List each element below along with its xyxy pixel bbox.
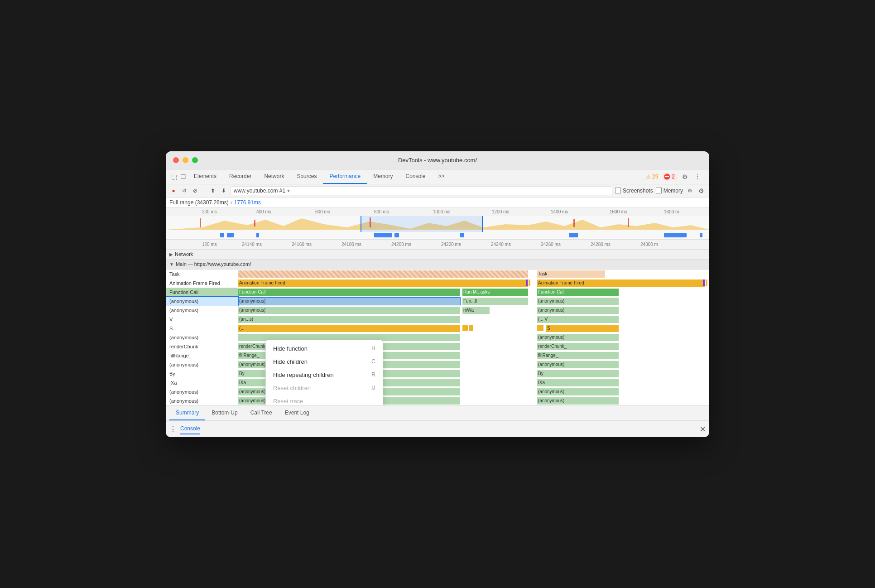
ixa-bar-right: IXa <box>537 379 619 386</box>
row-label-anon-2: (anonymous) <box>166 306 238 315</box>
flame-row-anon-3[interactable]: (anonymous) (anonymous) (ano...ous) <box>166 333 709 342</box>
cancel-button[interactable]: ⊘ <box>191 187 199 195</box>
network-section-label: Network <box>175 251 193 257</box>
tab-event-log[interactable]: Event Log <box>279 406 316 420</box>
flame-row-anon-2[interactable]: (anonymous) (anonymous) mWa (anonymous) … <box>166 306 709 315</box>
detail-120: 120 ms <box>202 242 217 247</box>
detail-24160: 24160 ms <box>292 242 312 247</box>
flame-row-animation[interactable]: Animation Frame Fired Animation Frame Fi… <box>166 279 709 288</box>
tab-network[interactable]: Network <box>258 169 290 184</box>
console-bar: ⋮ Console ✕ <box>166 421 709 437</box>
ruler-1200: 1200 ms <box>492 209 509 214</box>
window-title: DevTools - www.youtube.com/ <box>398 157 477 164</box>
menu-reset-children: Reset children U <box>266 381 383 395</box>
console-close-button[interactable]: ✕ <box>700 425 706 434</box>
minimize-button[interactable] <box>183 157 188 163</box>
detail-24300: 24300 m <box>640 242 658 247</box>
flame-row-s[interactable]: S (... S S <box>166 324 709 333</box>
tab-memory[interactable]: Memory <box>367 169 399 184</box>
tab-recorder[interactable]: Recorder <box>223 169 258 184</box>
more-icon[interactable]: ⋮ <box>693 172 702 181</box>
screenshots-checkbox[interactable] <box>615 188 621 193</box>
flame-row-anon-6[interactable]: (anonymous) (anonymous) (anonymous) (ano… <box>166 396 709 405</box>
row-label-anon-3: (anonymous) <box>166 333 238 342</box>
task-bar-left <box>238 270 528 278</box>
console-tab[interactable]: Console <box>180 424 200 434</box>
device-icon[interactable]: ☐ <box>178 172 188 181</box>
network-section-header[interactable]: ▶ Network <box>166 250 709 260</box>
tab-console[interactable]: Console <box>399 169 432 184</box>
flame-row-fill[interactable]: fillRange_ fillRange_ fillRange_ fillRan… <box>166 351 709 360</box>
flame-row-function[interactable]: Function Call Function Call Run M...asks… <box>166 288 709 297</box>
maximize-button[interactable] <box>192 157 198 163</box>
ruler-1800: 1800 m <box>664 209 679 214</box>
flame-row-anon-5[interactable]: (anonymous) (anonymous) (anonymous) (ano… <box>166 387 709 396</box>
menu-hide-function[interactable]: Hide function H <box>266 342 383 355</box>
memory-checkbox[interactable] <box>656 188 662 193</box>
task-bar-right: Task <box>537 270 605 278</box>
row-label-function: Function Call <box>166 288 238 297</box>
network-collapse-arrow: ▶ <box>169 252 173 257</box>
full-range: Full range (34307.26ms) <box>169 199 229 206</box>
tab-summary[interactable]: Summary <box>169 406 205 420</box>
tab-more[interactable]: >> <box>432 169 451 184</box>
close-button[interactable] <box>173 157 179 163</box>
main-section-header[interactable]: ▼ Main — https://www.youtube.com/ <box>166 260 709 270</box>
download-button[interactable]: ⬇ <box>220 187 228 195</box>
s-yellow-right <box>537 325 543 331</box>
menu-reset-trace: Reset trace <box>266 395 383 405</box>
tab-elements[interactable]: Elements <box>188 169 223 184</box>
timeline-overview[interactable]: CPU NET 200 ms 400 ms 600 ms 800 ms 1000… <box>166 208 709 240</box>
flame-row-anon-4[interactable]: (anonymous) (anonymous) (anonymous) (ano… <box>166 360 709 369</box>
anon2-bar-right: (anonymous) <box>537 307 619 314</box>
menu-hide-repeating[interactable]: Hide repeating children R <box>266 368 383 381</box>
ruler-1400: 1400 ms <box>551 209 568 214</box>
upload-button[interactable]: ⬆ <box>209 187 217 195</box>
record-button[interactable]: ● <box>169 187 178 195</box>
detail-ruler: 120 ms 24140 ms 24160 ms 24180 ms 24200 … <box>166 240 709 250</box>
svg-rect-8 <box>374 233 392 237</box>
row-label-anon-5: (anonymous) <box>166 387 238 396</box>
context-menu: Hide function H Hide children C Hide rep… <box>265 340 383 405</box>
title-bar: DevTools - www.youtube.com/ <box>166 151 709 169</box>
tab-call-tree[interactable]: Call Tree <box>244 406 279 420</box>
screenshots-label: Screenshots <box>623 188 653 194</box>
render-bar-right: renderChunk_ <box>537 343 619 350</box>
refresh-button[interactable]: ↺ <box>180 187 188 195</box>
flame-row-anon-1[interactable]: (anonymous) (anonymous) Fun...ll (anonym… <box>166 297 709 306</box>
svg-rect-1 <box>254 220 255 227</box>
flame-row-v[interactable]: V (an...s) (... V V <box>166 315 709 324</box>
tab-sources[interactable]: Sources <box>290 169 323 184</box>
v-bar-left: (an...s) <box>238 316 460 323</box>
svg-rect-10 <box>460 233 464 237</box>
url-selector[interactable]: www.youtube.com #1 ▾ <box>231 186 612 195</box>
flame-row-by[interactable]: By By By By <box>166 369 709 378</box>
row-content-task: Task Task <box>238 270 709 279</box>
console-dots-icon[interactable]: ⋮ <box>169 425 177 434</box>
error-badge[interactable]: ⛔ 2 <box>662 173 677 180</box>
warn-count: 29 <box>652 174 658 180</box>
url-dropdown-icon[interactable]: ▾ <box>287 188 290 194</box>
window-controls[interactable] <box>173 157 198 163</box>
cursor-icon[interactable]: ⬚ <box>169 172 178 181</box>
tab-performance[interactable]: Performance <box>323 169 367 184</box>
capture-settings-icon[interactable]: ⚙ <box>686 187 694 195</box>
flame-row-task[interactable]: Task Task Task <box>166 270 709 279</box>
right-settings-icon[interactable]: ⚙ <box>697 186 706 195</box>
menu-hide-children[interactable]: Hide children C <box>266 355 383 368</box>
settings-icon[interactable]: ⚙ <box>680 172 689 181</box>
tab-bottom-up[interactable]: Bottom-Up <box>205 406 244 420</box>
ruler-1600: 1600 ms <box>610 209 627 214</box>
flame-row-ixa[interactable]: IXa IXa IXa IXa <box>166 378 709 387</box>
detail-24220: 24220 ms <box>441 242 461 247</box>
detail-24140: 24140 ms <box>242 242 262 247</box>
flame-row-render[interactable]: renderChunk_ renderChunk_ renderChunk_ r… <box>166 342 709 351</box>
small-block-3 <box>703 280 705 286</box>
warning-badge[interactable]: ⚠ 29 <box>646 174 658 180</box>
row-label-anon-6: (anonymous) <box>166 396 238 405</box>
menu-reset-children-label: Reset children <box>273 385 311 391</box>
err-icon: ⛔ <box>663 174 670 180</box>
detail-24200: 24200 ms <box>391 242 411 247</box>
row-label-anon-1: (anonymous) <box>166 297 238 306</box>
animation-bar-right: Animation Frame Fired <box>537 280 705 287</box>
